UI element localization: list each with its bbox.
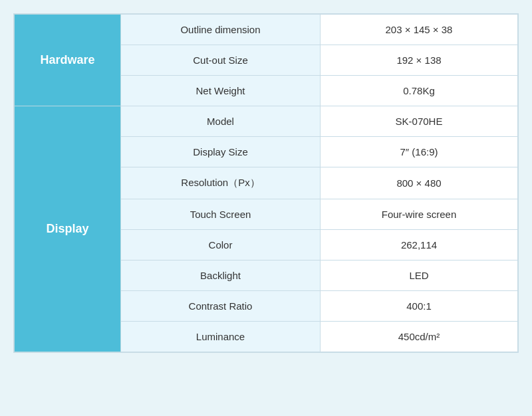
spec-value: 450cd/m² (321, 322, 518, 352)
spec-label: Cut-out Size (121, 45, 321, 76)
spec-value: 7″ (16:9) (321, 137, 518, 167)
spec-value: Four-wire screen (321, 199, 518, 230)
spec-label: Model (121, 106, 321, 137)
spec-label: Display Size (121, 137, 321, 167)
spec-label: Backlight (121, 260, 321, 291)
spec-value: 262,114 (321, 230, 518, 260)
category-hardware: Hardware (15, 15, 121, 106)
spec-label: Luminance (121, 322, 321, 352)
spec-value: 203 × 145 × 38 (321, 15, 518, 45)
spec-value: LED (321, 260, 518, 291)
spec-label: Net Weight (121, 76, 321, 106)
spec-value: 400:1 (321, 291, 518, 322)
table-row: DisplayModelSK-070HE (15, 106, 518, 137)
spec-label: Outline dimension (121, 15, 321, 45)
spec-value: 800 × 480 (321, 167, 518, 199)
spec-value: SK-070HE (321, 106, 518, 137)
spec-label: Resolution（Px） (121, 167, 321, 199)
spec-label: Contrast Ratio (121, 291, 321, 322)
spec-table: HardwareOutline dimension203 × 145 × 38C… (13, 13, 519, 353)
spec-value: 192 × 138 (321, 45, 518, 76)
spec-label: Touch Screen (121, 199, 321, 230)
category-display: Display (15, 106, 121, 352)
spec-label: Color (121, 230, 321, 260)
table-row: HardwareOutline dimension203 × 145 × 38 (15, 15, 518, 45)
spec-value: 0.78Kg (321, 76, 518, 106)
